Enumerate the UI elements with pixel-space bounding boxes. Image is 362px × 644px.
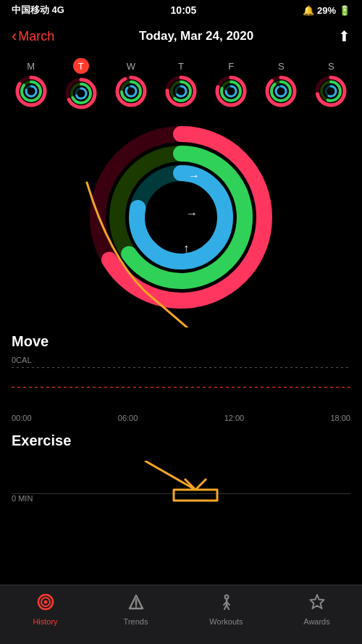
svg-point-17 xyxy=(126,86,136,96)
svg-text:→: → xyxy=(188,170,200,182)
tab-awards-label: Awards xyxy=(303,617,329,626)
tab-awards[interactable]: Awards xyxy=(272,593,362,626)
alarm-icon: 🔔 xyxy=(303,5,314,16)
day-letter-fri: F xyxy=(228,61,234,72)
ring-small-thu xyxy=(164,75,198,108)
carrier-text: 中国移动 4G xyxy=(12,4,64,17)
move-cal-label: 0CAL xyxy=(12,356,32,364)
move-goal-line xyxy=(12,387,350,388)
header-title: Today, Mar 24, 2020 xyxy=(139,29,253,43)
week-day-sun[interactable]: S xyxy=(309,61,353,108)
day-letter-wed: W xyxy=(127,61,135,72)
svg-marker-64 xyxy=(310,595,324,609)
back-button[interactable]: ‹ March xyxy=(12,28,54,44)
battery-area: 🔔 29% 🔋 xyxy=(303,5,350,16)
day-letter-sun: S xyxy=(328,61,334,72)
move-section: Move xyxy=(0,327,362,350)
tab-bar: History Trends Workouts xyxy=(0,585,362,644)
tab-history[interactable]: History xyxy=(0,593,90,626)
svg-point-54 xyxy=(43,600,47,603)
main-ring-area: → → ↑ xyxy=(0,110,362,327)
tab-trends-label: Trends xyxy=(124,617,148,626)
ring-small-fri xyxy=(214,75,248,108)
ring-small-wed xyxy=(114,75,148,108)
tab-trends[interactable]: Trends xyxy=(90,593,181,626)
svg-line-63 xyxy=(227,605,229,609)
move-zero-line xyxy=(12,367,350,368)
svg-point-33 xyxy=(272,82,290,101)
chevron-left-icon: ‹ xyxy=(12,28,17,44)
week-day-tue[interactable]: T xyxy=(59,58,103,110)
time-18: 18:00 xyxy=(330,414,350,422)
battery-icon: 🔋 xyxy=(339,5,350,16)
day-letter-thu: T xyxy=(178,61,184,72)
history-tab-icon xyxy=(36,593,55,616)
tab-workouts-label: Workouts xyxy=(209,617,243,626)
main-activity-ring: → → ↑ xyxy=(87,123,275,314)
week-day-fri[interactable]: F xyxy=(209,61,253,108)
week-day-mon[interactable]: M xyxy=(9,61,53,108)
week-day-wed[interactable]: W xyxy=(109,61,153,108)
svg-point-35 xyxy=(276,86,286,96)
ring-small-sun xyxy=(314,75,348,108)
day-letter-sat: S xyxy=(278,61,285,72)
week-strip: M T W xyxy=(0,55,362,110)
orange-arrow-down xyxy=(0,461,362,504)
awards-tab-icon xyxy=(308,593,327,616)
week-day-sat[interactable]: S xyxy=(259,61,303,108)
header: ‹ March Today, Mar 24, 2020 ⬆ xyxy=(0,20,362,55)
svg-point-3 xyxy=(22,82,41,101)
ring-small-mon xyxy=(14,75,48,108)
time-12: 12:00 xyxy=(224,414,245,422)
ring-small-sat xyxy=(264,75,298,108)
day-letter-tue-today: T xyxy=(73,58,89,74)
exercise-section: Exercise xyxy=(0,424,362,449)
week-day-thu[interactable]: T xyxy=(159,61,203,108)
battery-text: 29% xyxy=(317,5,336,16)
tab-history-label: History xyxy=(33,617,57,626)
exercise-chart: 0 MIN xyxy=(0,453,362,511)
share-button[interactable]: ⬆ xyxy=(338,28,350,45)
move-title: Move xyxy=(12,333,350,350)
trends-tab-icon xyxy=(127,593,146,616)
svg-point-48 xyxy=(146,183,216,252)
svg-text:→: → xyxy=(186,207,198,219)
svg-point-57 xyxy=(135,606,136,607)
time-labels: 00:00 06:00 12:00 18:00 xyxy=(0,412,362,424)
day-letter-mon: M xyxy=(27,61,35,72)
workouts-tab-icon xyxy=(217,593,236,616)
tab-workouts[interactable]: Workouts xyxy=(181,593,272,626)
time-06: 06:00 xyxy=(118,414,138,422)
exercise-title: Exercise xyxy=(12,432,350,449)
time-text: 10:05 xyxy=(171,4,197,16)
svg-text:↑: ↑ xyxy=(183,242,189,254)
back-label: March xyxy=(18,29,54,44)
time-00: 00:00 xyxy=(12,414,32,422)
move-chart: 0CAL xyxy=(0,354,362,412)
ring-small-tue xyxy=(64,77,98,110)
status-bar: 中国移动 4G 10:05 🔔 29% 🔋 xyxy=(0,0,362,20)
